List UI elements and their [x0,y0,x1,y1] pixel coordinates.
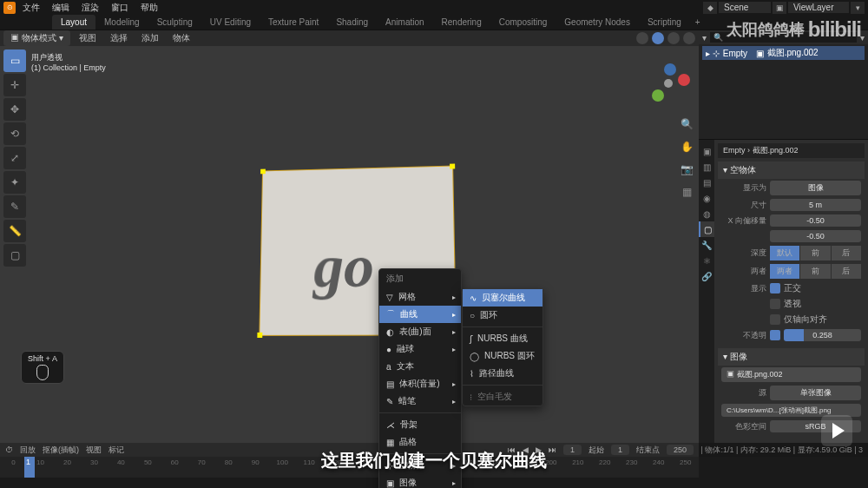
pan-icon[interactable]: ✋ [678,138,695,155]
prop-tab-object-icon[interactable]: ▢ [699,221,714,237]
tab-rendering[interactable]: Rendering [433,15,490,30]
prop-tab-scene-icon[interactable]: ◉ [699,190,714,206]
depth-toggle[interactable]: 默认前后 [770,246,861,260]
prop-tab-physics-icon[interactable]: ⚛ [699,253,714,268]
prop-tab-output-icon[interactable]: ▥ [699,159,714,175]
tl-marker[interactable]: 标记 [108,445,124,456]
add-menu-mesh[interactable]: ▽ 网格▸ [379,288,461,306]
outliner-filter-icon[interactable]: ▾ [702,33,707,43]
shade-solid-icon[interactable] [652,32,664,44]
scene-name-input[interactable] [719,2,771,13]
tab-animation[interactable]: Animation [377,15,432,30]
end-frame[interactable]: 250 [667,445,694,455]
add-menu-curve[interactable]: ⌒ 曲线▸ [379,306,461,323]
tool-scale-icon[interactable]: ⤢ [3,147,26,169]
menu-render[interactable]: 渲染 [76,0,104,16]
add-menu-text[interactable]: a 文本 [379,358,461,375]
add-menu-metaball[interactable]: ● 融球▸ [379,340,461,358]
tool-select-icon[interactable]: ▭ [3,49,26,72]
vp-menu-object[interactable]: 物体 [168,30,195,46]
add-menu-image[interactable]: ▣ 图像▸ [379,474,461,488]
prop-tab-view-icon[interactable]: ▤ [699,175,714,190]
vp-menu-view[interactable]: 视图 [74,30,102,46]
tab-compositing[interactable]: Compositing [490,15,556,30]
size-field[interactable]: 5 m [770,199,861,211]
section-image-header[interactable]: ▾ 图像 [718,348,865,366]
tool-transform-icon[interactable]: ✦ [3,171,26,194]
tl-view[interactable]: 视图 [86,445,102,456]
image-content: go [313,232,374,301]
tab-geonodes[interactable]: Geometry Nodes [556,15,639,30]
prop-tab-render-icon[interactable]: ▣ [699,143,714,159]
prop-tab-modifier-icon[interactable]: 🔧 [699,237,714,253]
tab-texture[interactable]: Texture Paint [260,15,327,30]
shade-wireframe-icon[interactable] [636,32,648,44]
submenu-nurbs-curve[interactable]: ʃ NURBS 曲线 [463,330,542,347]
selection-handle[interactable] [450,164,455,169]
submenu-path[interactable]: ⌇ 路径曲线 [463,365,542,382]
menu-help[interactable]: 帮助 [135,0,163,16]
axis-align-checkbox[interactable] [770,314,780,325]
tool-addcube-icon[interactable]: ▢ [3,244,26,267]
tab-add-icon[interactable]: + [690,15,706,30]
tool-annotate-icon[interactable]: ✎ [3,195,26,218]
camera-icon[interactable]: 📷 [678,161,695,178]
tab-layout[interactable]: Layout [52,15,95,30]
viewport-3d[interactable]: 用户透视 (1) Collection | Empty ▭ ✛ ✥ ⟲ ⤢ ✦ … [0,46,699,443]
side-toggle[interactable]: 两者前后 [770,264,861,279]
menu-edit[interactable]: 编辑 [47,0,75,16]
image-source-dropdown[interactable]: 单张图像 [770,386,861,400]
tab-shading[interactable]: Shading [327,15,377,30]
axis-gizmo[interactable] [648,63,692,107]
add-menu-gpencil[interactable]: ✎ 蜡笔▸ [379,392,461,410]
viewlayer-name-input[interactable] [788,2,849,13]
orthographic-checkbox[interactable] [770,283,780,293]
perspective-checkbox[interactable] [770,299,780,309]
tool-cursor-icon[interactable]: ✛ [3,74,26,96]
tool-rotate-icon[interactable]: ⟲ [3,122,26,145]
tab-sculpting[interactable]: Sculpting [148,15,201,30]
display-as-dropdown[interactable]: 图像 [770,181,861,195]
menu-window[interactable]: 窗口 [106,0,134,16]
playhead[interactable]: 1 [24,457,35,478]
submenu-bezier[interactable]: ∿ 贝塞尔曲线 [463,289,542,307]
add-menu-armature[interactable]: ⋌ 骨架 [379,416,461,433]
add-menu-lattice[interactable]: ▦ 晶格 [379,433,461,451]
prop-tab-constraint-icon[interactable]: 🔗 [699,268,714,284]
tab-uv[interactable]: UV Editing [201,15,260,30]
offset-y-field[interactable]: -0.50 [770,230,861,242]
video-play-button[interactable] [821,415,852,446]
add-menu-volume[interactable]: ▤ 体积(音量)▸ [379,375,461,392]
selection-handle[interactable] [257,333,262,338]
viewlayer-new-icon[interactable]: ▾ [851,2,865,14]
persp-icon[interactable]: ▦ [678,183,695,201]
submenu-nurbs-circle[interactable]: ◯ NURBS 圆环 [463,347,542,365]
tool-move-icon[interactable]: ✥ [3,98,26,121]
opacity-slider[interactable]: 0.258 [784,329,861,341]
tl-playback[interactable]: 回放 [20,445,36,456]
prop-tab-world-icon[interactable]: ◍ [699,206,714,221]
tab-scripting[interactable]: Scripting [639,15,690,30]
submenu-hair[interactable]: ⁝ 空白毛发 [463,388,542,406]
add-menu-surface[interactable]: ◐ 表(曲)面▸ [379,323,461,340]
zoom-icon[interactable]: 🔍 [678,115,695,133]
shade-material-icon[interactable] [667,32,680,44]
tab-modeling[interactable]: Modeling [95,15,148,30]
submenu-circle[interactable]: ○ 圆环 [463,307,542,324]
tl-next-key-icon[interactable]: ⏭ [549,445,556,454]
selection-handle[interactable] [260,168,266,174]
outliner-item-empty[interactable]: ▸ ⊹ Empty ▣ 截图.png.002 [702,46,865,60]
vp-menu-select[interactable]: 选择 [105,30,133,46]
start-frame[interactable]: 1 [611,445,629,455]
section-empty-header[interactable]: ▾ 空物体 [718,162,865,179]
offset-x-field[interactable]: -0.50 [770,214,861,227]
opacity-checkbox[interactable] [770,330,780,340]
tl-keying[interactable]: 抠像(插帧) [43,445,79,456]
current-frame[interactable]: 1 [563,445,582,455]
image-name-field[interactable]: ▣ 截图.png.002 [721,367,861,382]
tool-measure-icon[interactable]: 📏 [3,220,26,242]
mode-dropdown[interactable]: ▣ 物体模式 ▾ [3,30,70,46]
shade-rendered-icon[interactable] [683,32,695,44]
vp-menu-add[interactable]: 添加 [136,30,164,46]
menu-file[interactable]: 文件 [17,0,45,16]
